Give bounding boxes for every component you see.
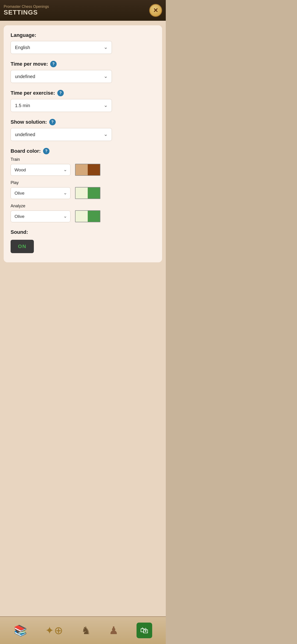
sound-label: Sound: (10, 229, 155, 235)
sound-toggle-text: ON (18, 244, 26, 249)
show-solution-label: Show solution: ? (10, 119, 155, 125)
board-color-train-label: Train (10, 157, 155, 162)
time-per-move-help-icon[interactable]: ? (50, 61, 57, 67)
show-solution-select[interactable]: undefined Always Never After timeout (10, 128, 112, 141)
pawn-icon: ♟ (109, 625, 118, 636)
train-color-preview (75, 164, 100, 176)
analyze-color-select[interactable]: Wood Classic Olive Blue Green (10, 210, 70, 222)
analyze-color-light-swatch (76, 211, 88, 222)
time-per-exercise-select[interactable]: undefined 0.5 min 1 min 1.5 min 2 min 3 … (10, 99, 112, 112)
play-color-light-swatch (76, 188, 88, 198)
train-color-dark-swatch (88, 164, 100, 175)
shop-bag-wrapper: 🛍 (136, 622, 152, 638)
app-header: Promaster Chess Openings SETTINGS ✕ (0, 0, 166, 21)
shop-icon: 🛍 (140, 626, 148, 634)
page-title: SETTINGS (4, 9, 49, 16)
board-color-label: Board color: ? (10, 148, 155, 154)
main-content: Language: English Spanish French German … (0, 21, 166, 616)
play-color-dark-swatch (88, 188, 100, 198)
nav-item-practice[interactable]: ♞ (79, 623, 93, 638)
board-color-train-row: Train Wood Classic Olive Blue Green (10, 157, 155, 176)
time-per-exercise-label: Time per exercise: ? (10, 90, 155, 96)
board-color-analyze-label: Analyze (10, 204, 155, 208)
close-button[interactable]: ✕ (149, 4, 162, 17)
show-solution-select-wrapper: undefined Always Never After timeout (10, 128, 112, 141)
favorites-icon: ✦⊕ (45, 625, 63, 636)
nav-item-profile[interactable]: ♟ (106, 623, 121, 638)
show-solution-group: Show solution: ? undefined Always Never … (10, 119, 155, 141)
time-per-exercise-help-icon[interactable]: ? (57, 90, 64, 96)
board-color-help-icon[interactable]: ? (43, 148, 50, 154)
time-per-move-select[interactable]: undefined 0.5 min 1 min 1.5 min 2 min 3 … (10, 70, 112, 83)
board-color-train-controls: Wood Classic Olive Blue Green (10, 164, 155, 176)
time-per-move-group: Time per move: ? undefined 0.5 min 1 min… (10, 61, 155, 83)
play-color-select[interactable]: Wood Classic Olive Blue Green (10, 187, 70, 199)
board-color-section: Board color: ? Train Wood Classic Olive … (10, 148, 155, 222)
language-label: Language: (10, 32, 155, 38)
nav-item-favorites[interactable]: ✦⊕ (43, 623, 66, 638)
train-select-wrapper: Wood Classic Olive Blue Green (10, 164, 70, 176)
analyze-color-dark-swatch (88, 211, 100, 222)
board-color-play-controls: Wood Classic Olive Blue Green (10, 187, 155, 199)
train-color-select[interactable]: Wood Classic Olive Blue Green (10, 164, 70, 176)
time-per-exercise-group: Time per exercise: ? undefined 0.5 min 1… (10, 90, 155, 112)
show-solution-help-icon[interactable]: ? (49, 119, 56, 125)
sound-section: Sound: ON (10, 229, 155, 253)
board-color-play-row: Play Wood Classic Olive Blue Green (10, 180, 155, 199)
board-color-play-label: Play (10, 180, 155, 185)
time-per-move-select-wrapper: undefined 0.5 min 1 min 1.5 min 2 min 3 … (10, 70, 112, 83)
play-color-preview (75, 187, 100, 199)
language-select-wrapper: English Spanish French German Russian (10, 41, 112, 54)
analyze-select-wrapper: Wood Classic Olive Blue Green (10, 210, 70, 222)
time-per-exercise-select-wrapper: undefined 0.5 min 1 min 1.5 min 2 min 3 … (10, 99, 112, 112)
sound-toggle-button[interactable]: ON (10, 240, 34, 253)
train-color-light-swatch (76, 164, 88, 175)
knight-icon: ♞ (81, 625, 91, 636)
time-per-move-label: Time per move: ? (10, 61, 155, 67)
nav-item-shop[interactable]: 🛍 (134, 620, 154, 640)
analyze-color-preview (75, 210, 100, 222)
language-select[interactable]: English Spanish French German Russian (10, 41, 112, 54)
language-group: Language: English Spanish French German … (10, 32, 155, 54)
nav-item-openings[interactable]: 📚 (12, 623, 29, 638)
board-color-analyze-row: Analyze Wood Classic Olive Blue Green (10, 204, 155, 222)
book-icon: 📚 (14, 625, 27, 636)
bottom-navigation: 📚 ✦⊕ ♞ ♟ 🛍 (0, 616, 166, 644)
settings-card: Language: English Spanish French German … (4, 25, 162, 262)
board-color-analyze-controls: Wood Classic Olive Blue Green (10, 210, 155, 222)
app-name: Promaster Chess Openings (4, 4, 49, 9)
header-left: Promaster Chess Openings SETTINGS (4, 4, 49, 16)
play-select-wrapper: Wood Classic Olive Blue Green (10, 187, 70, 199)
